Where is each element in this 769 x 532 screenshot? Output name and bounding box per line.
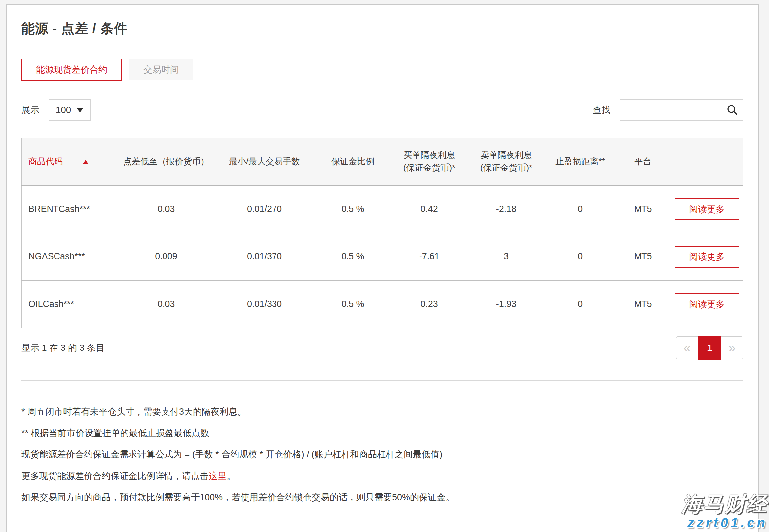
cell-margin: 0.5 % xyxy=(314,281,392,328)
read-more-button[interactable]: 阅读更多 xyxy=(675,246,739,268)
note-swap-friday: * 周五闭市时若有未平仓头寸，需要支付3天的隔夜利息。 xyxy=(21,407,743,416)
table-row: NGASCash*** 0.009 0.01/370 0.5 % -7.61 3… xyxy=(22,233,743,281)
entries-summary: 显示 1 在 3 的 3 条目 xyxy=(21,342,105,354)
column-header-actions xyxy=(671,138,743,185)
page-viewport: 能源 - 点差 / 条件 能源现货差价合约 交易时间 展示 100 查找 xyxy=(0,0,769,532)
search-group: 查找 xyxy=(593,99,743,121)
note-stop-points: ** 根据当前市价设置挂单的最低止损盈最低点数 xyxy=(21,429,743,438)
note-hedging: 如果交易同方向的商品，预付款比例需要高于100%，若使用差价合约锁仓交易的话，则… xyxy=(21,493,743,502)
table-row: BRENTCash*** 0.03 0.01/270 0.5 % 0.42 -2… xyxy=(22,185,743,233)
note-margin-formula: 现货能源差价合约保证金需求计算公式为 = (手数 * 合约规模 * 开仓价格) … xyxy=(21,450,743,459)
cell-actions: 阅读更多 xyxy=(671,185,743,233)
cell-margin: 0.5 % xyxy=(314,233,392,281)
cell-spread: 0.009 xyxy=(117,233,215,281)
section-divider xyxy=(21,380,743,381)
cell-stop-level: 0 xyxy=(546,281,615,328)
cell-lots: 0.01/370 xyxy=(215,233,314,281)
column-header-spread[interactable]: 点差低至（报价货币） xyxy=(117,138,215,185)
cell-swap-short: -2.18 xyxy=(467,185,546,233)
cell-stop-level: 0 xyxy=(546,233,615,281)
column-header-platform[interactable]: 平台 xyxy=(615,138,671,185)
cell-symbol: BRENTCash*** xyxy=(22,185,117,233)
page-size-value: 100 xyxy=(56,105,71,115)
tab-trading-hours[interactable]: 交易时间 xyxy=(129,59,193,80)
note-more-details: 更多现货能源差价合约保证金比例详情，请点击这里。 xyxy=(21,472,743,481)
note-more-details-prefix: 更多现货能源差价合约保证金比例详情，请点击 xyxy=(21,471,209,481)
here-link[interactable]: 这里 xyxy=(209,471,227,481)
column-header-symbol-label: 商品代码 xyxy=(28,156,63,166)
cell-swap-long: -7.61 xyxy=(392,233,467,281)
read-more-button[interactable]: 阅读更多 xyxy=(675,198,739,220)
bottom-divider xyxy=(21,518,743,518)
column-header-symbol[interactable]: 商品代码 xyxy=(22,138,117,185)
search-label: 查找 xyxy=(593,104,611,116)
cell-swap-short: -1.93 xyxy=(467,281,546,328)
tab-energy-cfd[interactable]: 能源现货差价合约 xyxy=(21,59,122,81)
table-header-row: 商品代码 点差低至（报价货币） 最小/最大交易手数 保证金比例 买单隔夜利息 (… xyxy=(22,138,743,185)
column-header-margin[interactable]: 保证金比例 xyxy=(314,138,392,185)
table-controls: 展示 100 查找 xyxy=(21,99,743,121)
pagination-page-1-button[interactable]: 1 xyxy=(698,336,721,360)
column-header-swap-short[interactable]: 卖单隔夜利息 (保证金货币)* xyxy=(467,138,546,185)
tab-bar: 能源现货差价合约 交易时间 xyxy=(21,59,743,81)
chevron-down-icon xyxy=(76,108,84,112)
column-header-swap-short-label: 卖单隔夜利息 (保证金货币)* xyxy=(475,149,538,174)
pagination-last-button[interactable]: » xyxy=(721,336,743,359)
sort-ascending-icon xyxy=(83,160,88,164)
column-header-stop-level[interactable]: 止盈损距离** xyxy=(546,138,615,185)
search-box xyxy=(620,99,743,121)
cell-swap-long: 0.42 xyxy=(392,185,467,233)
page-size-group: 展示 100 xyxy=(21,99,91,121)
note-more-details-suffix: 。 xyxy=(227,471,236,481)
pager: « 1 » xyxy=(676,336,743,360)
search-icon xyxy=(726,104,739,116)
cell-actions: 阅读更多 xyxy=(671,281,743,328)
pagination-row: 显示 1 在 3 的 3 条目 « 1 » xyxy=(21,336,743,360)
column-header-lots[interactable]: 最小/最大交易手数 xyxy=(215,138,314,185)
cell-platform: MT5 xyxy=(615,281,671,328)
cell-spread: 0.03 xyxy=(117,185,215,233)
page-size-select[interactable]: 100 xyxy=(49,99,91,121)
cell-swap-short: 3 xyxy=(467,233,546,281)
pagination-first-button[interactable]: « xyxy=(676,336,698,359)
page-title: 能源 - 点差 / 条件 xyxy=(21,19,743,38)
table-row: OILCash*** 0.03 0.01/330 0.5 % 0.23 -1.9… xyxy=(22,281,743,328)
footnotes: * 周五闭市时若有未平仓头寸，需要支付3天的隔夜利息。 ** 根据当前市价设置挂… xyxy=(21,407,743,502)
column-header-swap-long[interactable]: 买单隔夜利息 (保证金货币)* xyxy=(392,138,467,185)
cell-lots: 0.01/330 xyxy=(215,281,314,328)
read-more-button[interactable]: 阅读更多 xyxy=(675,293,739,315)
search-input[interactable] xyxy=(620,100,743,120)
cell-symbol: NGASCash*** xyxy=(22,233,117,281)
cell-platform: MT5 xyxy=(615,185,671,233)
cell-swap-long: 0.23 xyxy=(392,281,467,328)
cell-actions: 阅读更多 xyxy=(671,233,743,281)
show-label: 展示 xyxy=(21,104,39,116)
cell-platform: MT5 xyxy=(615,233,671,281)
cell-spread: 0.03 xyxy=(117,281,215,328)
spreads-table: 商品代码 点差低至（报价货币） 最小/最大交易手数 保证金比例 买单隔夜利息 (… xyxy=(21,138,743,328)
cell-lots: 0.01/270 xyxy=(215,185,314,233)
column-header-swap-long-label: 买单隔夜利息 (保证金货币)* xyxy=(398,149,461,174)
content-card: 能源 - 点差 / 条件 能源现货差价合约 交易时间 展示 100 查找 xyxy=(6,4,759,532)
cell-stop-level: 0 xyxy=(546,185,615,233)
cell-symbol: OILCash*** xyxy=(22,281,117,328)
cell-margin: 0.5 % xyxy=(314,185,392,233)
